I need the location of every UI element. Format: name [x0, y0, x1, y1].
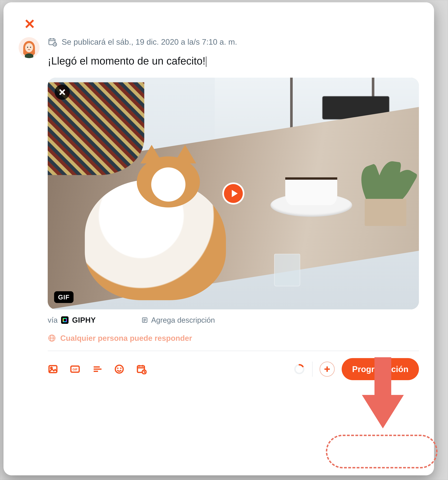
avatar: [19, 37, 40, 58]
add-thread-button[interactable]: [319, 361, 335, 377]
schedule-text: Se publicará el sáb., 19 dic. 2020 a la/…: [62, 37, 237, 46]
close-icon: [58, 88, 66, 96]
add-description-button[interactable]: Agrega descripción: [141, 316, 215, 324]
svg-line-39: [144, 372, 145, 373]
svg-point-31: [117, 368, 118, 368]
add-gif-button[interactable]: GIF: [70, 364, 80, 374]
svg-text:GIF: GIF: [72, 368, 78, 371]
progress-ring-icon: [294, 363, 305, 375]
via-label: vía: [48, 316, 58, 324]
add-poll-button[interactable]: [92, 364, 102, 374]
media-meta-row: vía GIPHY Agrega descripción: [48, 316, 419, 324]
divider: [48, 351, 419, 351]
submit-schedule-button[interactable]: Programación: [342, 358, 419, 380]
svg-point-3: [25, 43, 33, 52]
media-provider: GIPHY: [72, 316, 96, 324]
schedule-button-icon[interactable]: [136, 364, 147, 374]
svg-point-30: [115, 365, 123, 373]
close-icon: [24, 19, 35, 29]
calendar-clock-icon: [136, 364, 147, 374]
svg-marker-15: [232, 190, 238, 197]
image-icon: [48, 364, 58, 374]
globe-icon: [48, 334, 56, 342]
toolbar-left: GIF: [48, 364, 147, 374]
svg-point-5: [30, 47, 31, 48]
compose-text-value: ¡Llegó el momento de un cafecito!: [48, 55, 205, 67]
description-icon: [141, 317, 148, 324]
add-image-button[interactable]: [48, 364, 58, 374]
emoji-icon: [114, 364, 124, 374]
media-attachment: GIF: [48, 78, 419, 309]
reply-settings-button[interactable]: Cualquier persona puede responder: [48, 334, 419, 343]
play-button[interactable]: [222, 183, 244, 205]
media-source: vía GIPHY: [48, 316, 96, 324]
svg-point-32: [121, 368, 121, 368]
compose-content: Se publicará el sáb., 19 dic. 2020 a la/…: [19, 37, 419, 465]
close-button[interactable]: [24, 19, 35, 29]
toolbar-right: Programación: [294, 358, 419, 380]
calendar-clock-icon: [48, 37, 57, 47]
compose-toolbar: GIF: [48, 358, 419, 380]
svg-line-12: [55, 44, 56, 45]
reply-settings-label: Cualquier persona puede responder: [60, 334, 192, 343]
giphy-logo-icon: [61, 316, 69, 324]
plus-icon: [323, 365, 331, 373]
play-icon: [230, 189, 238, 198]
add-emoji-button[interactable]: [114, 364, 124, 374]
character-count-ring: [294, 363, 305, 375]
add-description-label: Agrega descripción: [151, 316, 215, 324]
compose-text[interactable]: ¡Llegó el momento de un cafecito!: [48, 55, 419, 67]
separator: [312, 361, 313, 377]
compose-column: Se publicará el sáb., 19 dic. 2020 a la/…: [48, 37, 419, 465]
remove-media-button[interactable]: [55, 85, 70, 100]
gif-badge: GIF: [54, 291, 73, 303]
schedule-info[interactable]: Se publicará el sáb., 19 dic. 2020 a la/…: [48, 37, 419, 47]
poll-icon: [92, 364, 102, 374]
compose-modal: Se publicará el sáb., 19 dic. 2020 a la/…: [3, 2, 434, 475]
gif-icon: GIF: [70, 364, 80, 374]
svg-point-4: [27, 47, 28, 48]
text-cursor: [206, 56, 206, 67]
